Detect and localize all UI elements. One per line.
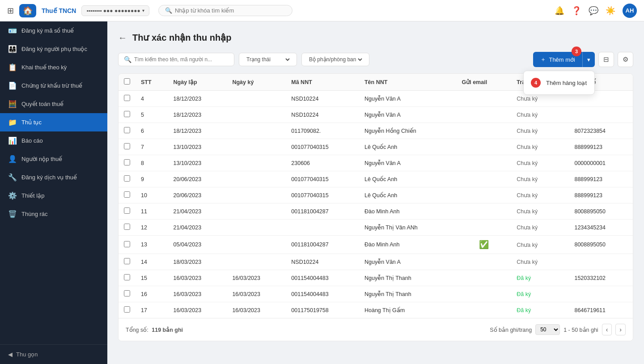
- sidebar-item-dang-ky-ma-so-thue[interactable]: 🪪 Đăng ký mã số thuế: [0, 21, 107, 40]
- row-checkbox-9[interactable]: [124, 241, 130, 247]
- row-checkbox-cell: [119, 236, 136, 254]
- cell-trang-thai: Đã ký: [511, 302, 569, 318]
- sidebar-item-thung-rac[interactable]: 🗑️ Thùng rác: [0, 205, 107, 223]
- calculator-icon: 🧮: [8, 100, 17, 108]
- sidebar-item-quyet-toan-thue[interactable]: 🧮 Quyết toán thuế: [0, 95, 107, 113]
- cell-gui-email: [456, 139, 511, 155]
- chat-icon[interactable]: 💬: [589, 6, 598, 16]
- row-checkbox-cell: [119, 270, 136, 286]
- cell-trang-thai: Chưa ký: [511, 171, 569, 187]
- cell-ma-nnt: 001077040315: [286, 139, 359, 155]
- settings-table-button[interactable]: ⚙: [618, 52, 633, 67]
- avatar[interactable]: AH: [623, 4, 637, 18]
- table-row: 10 20/06/2023 001077040315 Lê Quốc Anh C…: [119, 187, 633, 203]
- back-button[interactable]: ←: [118, 33, 127, 43]
- table-search-field[interactable]: 🔍: [118, 53, 234, 66]
- department-filter[interactable]: Bộ phận/phòng ban: [301, 53, 369, 66]
- page-size-select[interactable]: 50 20 100: [535, 324, 560, 335]
- status-badge: Chưa ký: [517, 192, 538, 199]
- department-select[interactable]: Bộ phận/phòng ban: [307, 56, 364, 63]
- top-nav: ⊞ 🏠 Thuế TNCN ▪▪▪▪▪▪▪▪ ●●● ●●●●●●●● ▾ 🔍 …: [0, 0, 644, 21]
- bell-icon[interactable]: 🔔: [555, 6, 564, 16]
- sidebar-item-khai-thue-theo-ky[interactable]: 📋 Khai thuế theo kỳ: [0, 58, 107, 76]
- sidebar-item-nguoi-nop-thue[interactable]: 👤 Người nộp thuế: [0, 150, 107, 168]
- header-ngay-ky: Ngày ký: [227, 74, 286, 91]
- cell-so-thue: 888999123: [569, 187, 633, 203]
- sidebar-label-thu-tuc: Thủ tục: [21, 119, 42, 126]
- row-checkbox-11[interactable]: [124, 274, 130, 280]
- cell-gui-email: [456, 286, 511, 302]
- status-badge: Chưa ký: [517, 144, 538, 150]
- row-checkbox-8[interactable]: [124, 224, 130, 230]
- sidebar-item-dang-ky-nguoi-phu-thuoc[interactable]: 👨‍👩‍👧 Đăng ký người phụ thuộc: [0, 40, 107, 58]
- row-checkbox-cell: [119, 107, 136, 123]
- sidebar-item-thiet-lap[interactable]: ⚙️ Thiết lập: [0, 186, 107, 205]
- logo-button[interactable]: 🏠: [19, 4, 36, 17]
- add-dropdown-button[interactable]: ▾: [582, 52, 595, 67]
- status-badge: Chưa ký: [517, 128, 538, 134]
- records-table: STT Ngày lập Ngày ký Mã NNT Tên NNT Gửi …: [119, 74, 633, 318]
- sidebar-collapse-button[interactable]: ◀ Thu gọn: [0, 344, 107, 364]
- row-checkbox-0[interactable]: [124, 95, 130, 101]
- sidebar-label-khai-thue-theo-ky: Khai thuế theo kỳ: [21, 64, 67, 71]
- row-checkbox-4[interactable]: [124, 159, 130, 165]
- table-row: 17 16/03/2023 16/03/2023 001175019758 Ho…: [119, 302, 633, 318]
- status-select[interactable]: Trạng thái Tất cả Chưa ký Đã ký: [245, 56, 291, 63]
- cell-gui-email: [456, 155, 511, 171]
- cell-gui-email: [456, 203, 511, 220]
- breadcrumb-chevron-icon: ▾: [142, 8, 144, 13]
- next-page-button[interactable]: ›: [615, 324, 626, 335]
- add-bulk-item[interactable]: 4 Thêm hàng loạt: [524, 74, 594, 92]
- filter-icon-button[interactable]: ⊟: [598, 52, 614, 67]
- top-search-bar[interactable]: 🔍: [158, 5, 292, 16]
- table-search-input[interactable]: [134, 56, 229, 63]
- cell-gui-email: [456, 107, 511, 123]
- status-filter[interactable]: Trạng thái Tất cả Chưa ký Đã ký: [239, 53, 297, 66]
- top-search-input[interactable]: [175, 7, 286, 14]
- cell-ten-nnt: Đào Minh Anh: [359, 236, 457, 254]
- status-badge: Chưa ký: [517, 176, 538, 182]
- cell-ma-nnt: 230606: [286, 155, 359, 171]
- grid-icon[interactable]: ⊞: [7, 6, 14, 16]
- sidebar-item-bao-cao[interactable]: 📊 Báo cáo: [0, 131, 107, 150]
- cell-gui-email: [456, 171, 511, 187]
- cell-ten-nnt: Nguyễn Thị Thanh: [359, 286, 457, 302]
- cell-trang-thai: Chưa ký: [511, 203, 569, 220]
- row-checkbox-7[interactable]: [124, 207, 130, 214]
- row-checkbox-12[interactable]: [124, 290, 130, 296]
- row-checkbox-2[interactable]: [124, 127, 130, 133]
- sidebar-label-thiet-lap: Thiết lập: [21, 192, 44, 199]
- cell-so-thue: 1234345234: [569, 220, 633, 236]
- breadcrumb[interactable]: ▪▪▪▪▪▪▪▪ ●●● ●●●●●●●● ▾: [81, 5, 149, 16]
- sidebar-item-chung-tu-khau-tru-thue[interactable]: 📄 Chứng từ khấu trừ thuế: [0, 76, 107, 95]
- status-badge: Đã ký: [517, 291, 531, 297]
- cell-trang-thai: Chưa ký: [511, 187, 569, 203]
- prev-page-button[interactable]: ‹: [602, 324, 612, 335]
- table-row: 5 18/12/2023 NSD10224 Nguyễn Văn A Chưa …: [119, 107, 633, 123]
- page-size-area: Số bản ghi/trang 50 20 100 1 - 50 bản gh…: [490, 324, 626, 335]
- help-icon[interactable]: ❓: [572, 6, 581, 16]
- cell-ten-nnt: Nguyễn Văn A: [359, 254, 457, 270]
- row-checkbox-3[interactable]: [124, 143, 130, 149]
- row-checkbox-cell: [119, 155, 136, 171]
- cell-ten-nnt: Lê Quốc Anh: [359, 187, 457, 203]
- row-checkbox-13[interactable]: [124, 306, 130, 313]
- row-checkbox-1[interactable]: [124, 111, 130, 117]
- add-bulk-label: Thêm hàng loạt: [546, 80, 587, 86]
- row-checkbox-10[interactable]: [124, 258, 130, 264]
- select-all-checkbox[interactable]: [124, 78, 130, 85]
- row-checkbox-6[interactable]: [124, 191, 130, 198]
- settings-icon[interactable]: ☀️: [606, 6, 615, 16]
- row-checkbox-cell: [119, 302, 136, 318]
- table-row: 12 21/04/2023 Nguyễn Thị Vân ANh Chưa ký…: [119, 220, 633, 236]
- sidebar-label-dang-ky-nguoi-phu-thuoc: Đăng ký người phụ thuộc: [21, 46, 87, 52]
- cell-ten-nnt: Nguyễn Văn A: [359, 91, 457, 107]
- sidebar-item-thu-tuc[interactable]: 📁 Thủ tục: [0, 113, 107, 131]
- row-checkbox-5[interactable]: [124, 175, 130, 182]
- cell-ngay-lap: 20/06/2023: [168, 187, 227, 203]
- sidebar-item-dang-ky-dich-vu-thue[interactable]: 🔧 Đăng ký dịch vụ thuế: [0, 168, 107, 186]
- table-row: 7 13/10/2023 001077040315 Lê Quốc Anh Ch…: [119, 139, 633, 155]
- cell-ngay-ky: [227, 203, 286, 220]
- cell-ngay-lap: 16/03/2023: [168, 270, 227, 286]
- sidebar-label-quyet-toan: Quyết toán thuế: [21, 101, 64, 107]
